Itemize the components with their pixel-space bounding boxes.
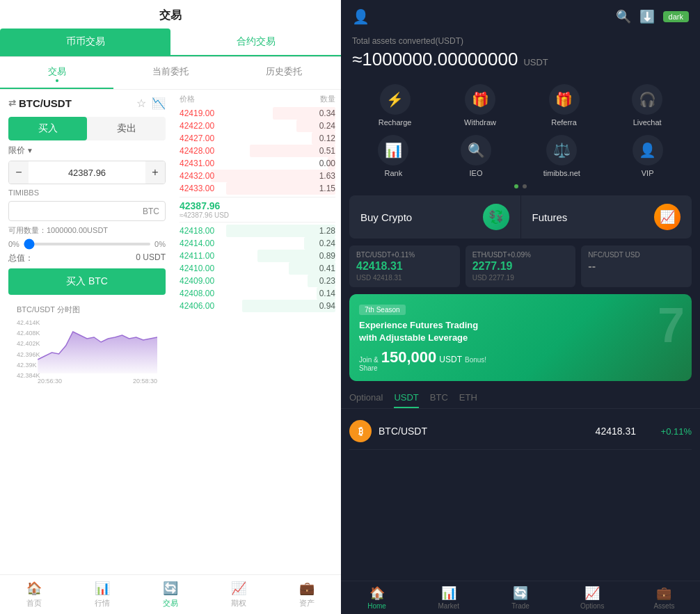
referral-button[interactable]: 🎁 Referra	[549, 84, 580, 127]
banner-amount: Join &Share 150,000 USDT Bonus!	[359, 348, 682, 373]
nav-options[interactable]: 📈 期权	[205, 581, 273, 608]
price-decrease-button[interactable]: −	[9, 161, 29, 184]
subtab-history[interactable]: 历史委托	[228, 61, 341, 89]
options-icon: 📈	[231, 581, 246, 596]
timibbs-label: timibbs.net	[543, 169, 580, 177]
referral-icon: 🎁	[549, 84, 580, 115]
rbn-assets[interactable]: 💼 Assets	[628, 585, 700, 610]
bid-row[interactable]: 42409.00 0.23	[180, 275, 335, 287]
rbn-home-label: Home	[367, 602, 386, 610]
tab-usdt[interactable]: USDT	[394, 388, 418, 408]
pair-icons: ☆ 📉	[136, 97, 166, 110]
rbn-market-icon: 📊	[441, 585, 456, 601]
sell-tab[interactable]: 卖出	[87, 117, 166, 140]
ask-row[interactable]: 42432.00 1.63	[180, 170, 335, 182]
timibbs-button[interactable]: ⚖️ timibbs.net	[543, 135, 580, 177]
price-input[interactable]	[29, 168, 145, 178]
assets-icon: 💼	[299, 581, 315, 596]
total-row: 总值： 0 USDT	[8, 252, 166, 264]
rank-button[interactable]: 📊 Rank	[378, 135, 408, 177]
dot-1[interactable]	[514, 184, 518, 188]
pct-right: 0%	[154, 240, 166, 248]
recharge-icon: ⚡	[380, 84, 411, 115]
price-input-row: − +	[8, 161, 166, 184]
dropdown-icon[interactable]: ▼	[26, 147, 33, 154]
trade-form: ⇄ BTC/USDT ☆ 📉 买入 卖出 限价 ▼ − +	[0, 90, 174, 574]
subtab-trade[interactable]: 交易	[0, 61, 113, 89]
user-icon[interactable]: 👤	[352, 8, 369, 25]
chart-icon[interactable]: 📉	[152, 97, 166, 110]
ask-row[interactable]: 42428.00 0.51	[180, 145, 335, 157]
market-pair-name: BTC/USDT	[379, 426, 427, 437]
market-row-btc[interactable]: ₿ BTC/USDT 42418.31 +0.11%	[349, 413, 692, 450]
tab-optional[interactable]: Optional	[349, 388, 383, 408]
market-list: ₿ BTC/USDT 42418.31 +0.11%	[341, 413, 700, 581]
buy-button[interactable]: 买入 BTC	[8, 268, 166, 295]
pct-left: 0%	[8, 240, 19, 248]
nav-trade-label: 交易	[163, 598, 178, 608]
rbn-market[interactable]: 📊 Market	[413, 585, 484, 610]
promo-banner[interactable]: 7th Season Experience Futures Tradingwit…	[349, 294, 692, 381]
buy-crypto-button[interactable]: Buy Crypto 💱	[349, 195, 521, 239]
star-icon[interactable]: ☆	[136, 97, 146, 110]
eth-pair: ETH/USDT+0.09%	[472, 251, 569, 259]
qty-input[interactable]	[9, 202, 137, 220]
eth-ticker[interactable]: ETH/USDT+0.09% 2277.19 USD 2277.19	[466, 245, 576, 287]
dot-2[interactable]	[523, 184, 527, 188]
home-icon: 🏠	[26, 581, 42, 596]
tab-spot[interactable]: 币币交易	[0, 29, 170, 56]
chart-y-labels: 42.414K 42.408K 42.402K 42.396K 42.39K 4…	[17, 318, 40, 380]
price-chart: 42.414K 42.408K 42.402K 42.396K 42.39K 4…	[17, 318, 157, 387]
livechat-button[interactable]: 🎧 Livechat	[632, 84, 662, 127]
ask-row[interactable]: 42431.00 0.00	[180, 157, 335, 170]
banner-currency: USDT	[439, 355, 462, 364]
left-panel: 交易 币币交易 合约交易 交易 当前委托 历史委托 ⇄ BTC/USDT ☆ 📉	[0, 0, 341, 614]
bid-rows: 42418.00 1.28 42414.00 0.24 42411.00 0.8…	[180, 225, 335, 312]
ask-row[interactable]: 42419.00 0.34	[180, 107, 335, 120]
ieo-button[interactable]: 🔍 IEO	[461, 135, 491, 177]
bid-row[interactable]: 42414.00 0.24	[180, 237, 335, 250]
ask-row[interactable]: 42422.00 0.24	[180, 120, 335, 132]
rbn-home[interactable]: 🏠 Home	[341, 585, 413, 610]
rbn-trade-icon: 🔄	[513, 585, 528, 601]
nav-market[interactable]: 📊 行情	[68, 581, 136, 608]
nfc-ticker[interactable]: NFC/USDT USD --	[581, 245, 692, 287]
btc-pair: BTC/USDT+0.11%	[356, 251, 453, 259]
price-increase-button[interactable]: +	[145, 161, 165, 184]
chart-title: BTC/USDT 分时图	[17, 305, 157, 315]
recharge-button[interactable]: ⚡ Recharge	[379, 84, 412, 127]
nav-home[interactable]: 🏠 首页	[0, 581, 68, 608]
buy-tab[interactable]: 买入	[8, 117, 87, 140]
rank-icon: 📊	[378, 135, 408, 165]
bid-row[interactable]: 42418.00 1.28	[180, 225, 335, 237]
ask-row[interactable]: 42433.00 1.15	[180, 182, 335, 195]
banner-number: 150,000	[381, 348, 437, 366]
available-balance: 可用数量：1000000.00USDT	[8, 225, 166, 236]
nav-assets[interactable]: 💼 资产	[273, 581, 341, 608]
ask-row[interactable]: 42427.00 0.12	[180, 132, 335, 145]
tab-futures[interactable]: 合约交易	[170, 29, 341, 56]
carousel-dots	[341, 184, 700, 188]
vip-button[interactable]: 👤 VIP	[633, 135, 663, 177]
tab-eth[interactable]: ETH	[459, 388, 477, 408]
bid-row[interactable]: 42408.00 0.14	[180, 287, 335, 300]
futures-button[interactable]: Futures 📈	[521, 195, 692, 239]
withdraw-icon: 🎁	[465, 84, 495, 115]
bid-row[interactable]: 42410.00 0.41	[180, 262, 335, 275]
pct-slider[interactable]	[24, 243, 150, 245]
vip-label: VIP	[642, 169, 654, 177]
nav-trade[interactable]: 🔄 交易	[136, 581, 205, 608]
subtab-current[interactable]: 当前委托	[113, 61, 227, 89]
btc-ticker[interactable]: BTC/USDT+0.11% 42418.31 USD 42418.31	[349, 245, 460, 287]
tab-btc[interactable]: BTC	[430, 388, 448, 408]
download-icon[interactable]: ⬇️	[639, 9, 655, 24]
rbn-options[interactable]: 📈 Options	[557, 585, 628, 610]
market-icon: 📊	[95, 581, 110, 596]
bid-row[interactable]: 42411.00 0.89	[180, 250, 335, 262]
dark-mode-toggle[interactable]: dark	[663, 11, 689, 22]
bid-row[interactable]: 42406.00 0.94	[180, 300, 335, 312]
withdraw-button[interactable]: 🎁 Withdraw	[464, 84, 496, 127]
rbn-trade[interactable]: 🔄 Trade	[484, 585, 556, 610]
ob-qty-col: 数量	[320, 94, 335, 104]
search-icon[interactable]: 🔍	[616, 9, 631, 24]
